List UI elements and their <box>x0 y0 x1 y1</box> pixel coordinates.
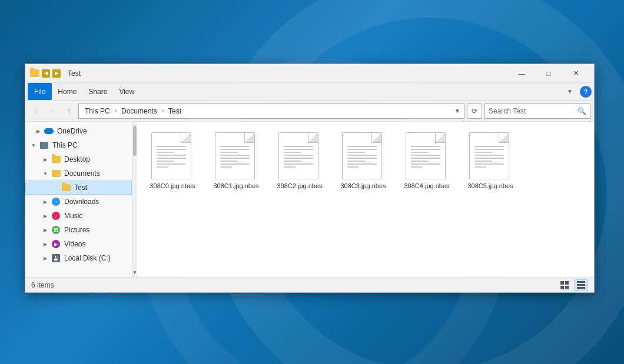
breadcrumb-this-pc[interactable]: This PC <box>82 106 112 116</box>
file-icon-5 <box>469 132 512 179</box>
maximize-button[interactable]: □ <box>535 64 562 83</box>
item-count: 6 items <box>31 281 54 289</box>
back-button[interactable]: ‹ <box>29 104 43 118</box>
onedrive-icon <box>44 126 54 136</box>
sidebar-label-music: Music <box>64 212 82 220</box>
pictures-expand-icon[interactable]: ▶ <box>42 226 49 233</box>
help-button[interactable]: ? <box>580 86 592 98</box>
doc-icon-0 <box>151 132 191 179</box>
search-input[interactable] <box>489 107 577 115</box>
breadcrumb-sep-2: › <box>162 108 164 114</box>
sidebar-item-documents[interactable]: ▼ Documents <box>25 166 132 181</box>
sidebar-item-music[interactable]: ▶ ♪ Music <box>25 209 132 223</box>
sidebar-item-pictures[interactable]: ▶ 🖼 Pictures <box>25 223 132 237</box>
minimize-button[interactable]: — <box>508 64 535 83</box>
main-content: ▶ OneDrive ▼ This PC ▶ <box>25 122 594 277</box>
search-box[interactable]: 🔍 <box>484 103 590 119</box>
sidebar-label-videos: Videos <box>64 240 85 248</box>
svg-rect-5 <box>577 284 585 286</box>
sidebar-scrollbar-thumb[interactable] <box>133 126 137 156</box>
title-bar-icons: ◀ ▶ <box>30 69 61 78</box>
file-area: 308C0.jpg.nbes <box>137 122 594 277</box>
doc-icon-4 <box>406 132 446 179</box>
title-back-icon: ◀ <box>42 69 50 78</box>
up-button[interactable]: ↑ <box>62 104 76 118</box>
local-disk-icon: 💾 <box>51 253 61 263</box>
search-icon[interactable]: 🔍 <box>577 107 586 115</box>
menu-expand-icon[interactable]: ▼ <box>562 86 577 97</box>
menu-bar: File Home Share View ▼ ? <box>25 83 594 101</box>
file-icon-2 <box>278 132 321 179</box>
menu-tab-share[interactable]: Share <box>82 83 113 100</box>
sidebar-label-documents: Documents <box>64 169 100 178</box>
close-button[interactable]: ✕ <box>562 64 589 83</box>
file-name-1: 308C1.jpg.nbes <box>213 182 258 190</box>
local-disk-expand-icon[interactable]: ▶ <box>42 255 49 262</box>
grid-view-button[interactable] <box>557 279 572 291</box>
sidebar-scrollbar[interactable]: ▲ ▼ <box>132 122 137 277</box>
sidebar-item-desktop[interactable]: ▶ Desktop <box>25 152 132 166</box>
sidebar-item-downloads[interactable]: ▶ ↓ Downloads <box>25 195 132 209</box>
file-icon-0 <box>151 132 194 179</box>
list-view-button[interactable] <box>574 279 588 291</box>
title-forward-icon: ▶ <box>52 69 61 78</box>
file-item-5[interactable]: 308C5.jpg.nbes <box>461 128 520 193</box>
toolbar-bar: ‹ › ↑ This PC › Documents › Test ▼ ⟳ 🔍 <box>25 101 594 122</box>
downloads-icon: ↓ <box>51 197 61 206</box>
file-icon-4 <box>406 132 448 179</box>
svg-rect-0 <box>560 281 564 285</box>
test-expand-icon <box>52 184 59 191</box>
downloads-expand-icon[interactable]: ▶ <box>42 198 49 205</box>
breadcrumb-documents[interactable]: Documents <box>119 106 160 116</box>
sidebar-scroll-down[interactable]: ▼ <box>132 268 137 277</box>
test-folder-icon <box>61 183 71 192</box>
sidebar-label-onedrive: OneDrive <box>57 127 87 135</box>
menu-tab-file[interactable]: File <box>28 83 52 100</box>
onedrive-expand-icon[interactable]: ▶ <box>35 128 42 135</box>
sidebar-label-test: Test <box>74 183 87 192</box>
sidebar-label-desktop: Desktop <box>64 155 90 163</box>
file-name-4: 308C4.jpg.nbes <box>404 182 449 190</box>
file-icon-3 <box>342 132 384 179</box>
file-item-3[interactable]: 308C3.jpg.nbes <box>334 128 393 193</box>
breadcrumb-test[interactable]: Test <box>166 106 184 116</box>
window-title: Test <box>68 69 508 78</box>
file-item-4[interactable]: 308C4.jpg.nbes <box>397 128 456 193</box>
status-bar: 6 items <box>25 277 594 292</box>
doc-icon-3 <box>342 132 382 179</box>
svg-rect-1 <box>565 281 569 285</box>
sidebar-label-pictures: Pictures <box>64 226 89 234</box>
music-expand-icon[interactable]: ▶ <box>42 212 49 219</box>
documents-expand-icon[interactable]: ▼ <box>42 170 49 177</box>
sidebar: ▶ OneDrive ▼ This PC ▶ <box>25 122 132 277</box>
svg-rect-4 <box>577 281 585 283</box>
this-pc-expand-icon[interactable]: ▼ <box>30 142 37 149</box>
address-dropdown-icon[interactable]: ▼ <box>454 108 460 114</box>
sidebar-item-videos[interactable]: ▶ ▶ Videos <box>25 237 132 251</box>
file-name-2: 308C2.jpg.nbes <box>277 182 322 190</box>
sidebar-label-downloads: Downloads <box>64 198 99 206</box>
file-explorer-window: ◀ ▶ Test — □ ✕ File Home Share View ▼ ? … <box>25 64 595 293</box>
file-name-0: 308C0.jpg.nbes <box>150 182 195 190</box>
address-bar[interactable]: This PC › Documents › Test ▼ <box>78 103 464 119</box>
videos-expand-icon[interactable]: ▶ <box>42 241 49 248</box>
sidebar-item-onedrive[interactable]: ▶ OneDrive <box>25 124 132 138</box>
menu-tab-home[interactable]: Home <box>52 83 82 100</box>
doc-icon-2 <box>278 132 318 179</box>
music-icon: ♪ <box>51 211 61 221</box>
sidebar-item-test[interactable]: Test <box>25 181 132 195</box>
sidebar-item-local-disk[interactable]: ▶ 💾 Local Disk (C:) <box>25 251 132 265</box>
menu-tab-view[interactable]: View <box>113 83 140 100</box>
file-item-0[interactable]: 308C0.jpg.nbes <box>143 128 202 193</box>
forward-button[interactable]: › <box>45 104 59 118</box>
doc-icon-1 <box>215 132 255 179</box>
pictures-icon: 🖼 <box>51 225 61 235</box>
sidebar-item-this-pc[interactable]: ▼ This PC <box>25 138 132 152</box>
file-item-2[interactable]: 308C2.jpg.nbes <box>270 128 329 193</box>
file-name-5: 308C5.jpg.nbes <box>467 182 513 190</box>
sidebar-label-local-disk: Local Disk (C:) <box>64 254 111 262</box>
file-icon-1 <box>215 132 257 179</box>
file-item-1[interactable]: 308C1.jpg.nbes <box>207 128 265 193</box>
refresh-button[interactable]: ⟳ <box>467 103 482 119</box>
desktop-expand-icon[interactable]: ▶ <box>42 156 49 163</box>
